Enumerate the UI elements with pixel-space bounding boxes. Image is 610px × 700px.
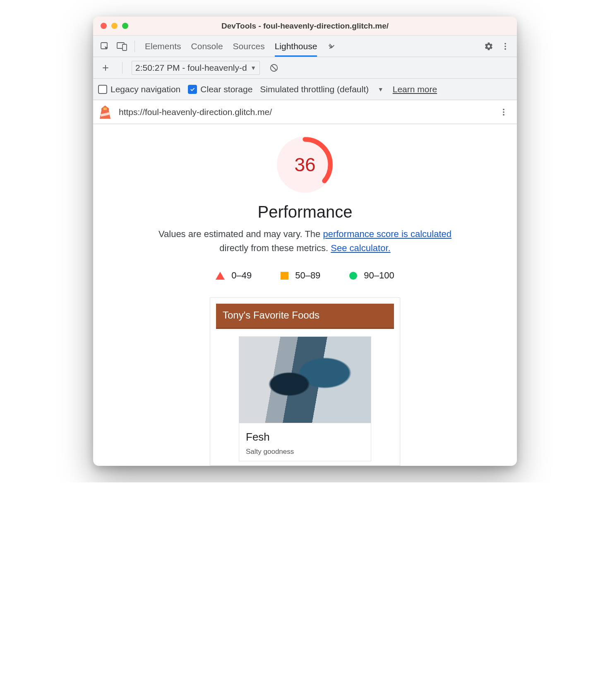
legend-pass: 90–100 — [349, 270, 394, 281]
desc-text: Values are estimated and may vary. The — [159, 229, 323, 239]
checkbox-unchecked-icon — [98, 85, 107, 94]
screenshot-card: Fesh Salty goodness — [239, 423, 371, 461]
toolbar-divider — [122, 62, 122, 74]
svg-point-3 — [504, 43, 506, 44]
svg-point-8 — [503, 108, 504, 110]
caret-down-icon: ▼ — [250, 65, 256, 71]
performance-score: 36 — [277, 137, 333, 193]
performance-heading: Performance — [258, 203, 353, 221]
performance-description: Values are estimated and may vary. The p… — [152, 227, 458, 255]
devtools-window: DevTools - foul-heavenly-direction.glitc… — [93, 17, 517, 466]
legacy-navigation-label: Legacy navigation — [110, 84, 180, 94]
clear-run-icon[interactable] — [267, 60, 281, 75]
report-menu-icon[interactable] — [496, 105, 511, 120]
tabstrip-divider — [134, 41, 135, 52]
svg-point-9 — [503, 111, 504, 113]
performance-gauge[interactable]: 36 Performance Values are estimated and … — [110, 137, 500, 466]
tabs-overflow[interactable] — [327, 36, 336, 57]
square-average-icon — [281, 272, 288, 280]
new-run-button[interactable] — [98, 60, 113, 75]
clear-storage-label: Clear storage — [200, 84, 252, 94]
report-url-row: https://foul-heavenly-direction.glitch.m… — [93, 100, 517, 124]
learn-more-link[interactable]: Learn more — [393, 84, 437, 94]
tab-elements[interactable]: Elements — [145, 36, 181, 57]
desc-text: directly from these metrics. — [219, 243, 331, 253]
screenshot-card-title: Fesh — [246, 431, 364, 443]
circle-pass-icon — [349, 272, 357, 280]
legend-pass-label: 90–100 — [364, 270, 394, 281]
lighthouse-options: Legacy navigation Clear storage Simulate… — [93, 79, 517, 100]
screenshot-app-title: Tony's Favorite Foods — [216, 304, 394, 329]
caret-down-icon: ▼ — [378, 86, 384, 93]
legend-average-label: 50–89 — [295, 270, 320, 281]
svg-point-10 — [503, 114, 504, 115]
run-selector[interactable]: 2:50:27 PM - foul-heavenly-dir ▼ — [132, 61, 260, 75]
see-calculator-link[interactable]: See calculator. — [331, 243, 390, 253]
settings-gear-icon[interactable] — [481, 39, 496, 54]
minimize-window-button[interactable] — [111, 23, 118, 29]
tab-sources[interactable]: Sources — [233, 36, 265, 57]
window-titlebar: DevTools - foul-heavenly-direction.glitc… — [93, 17, 517, 36]
svg-rect-7 — [103, 108, 107, 110]
tab-console[interactable]: Console — [191, 36, 223, 57]
lighthouse-report: 36 Performance Values are estimated and … — [93, 124, 517, 466]
close-window-button[interactable] — [101, 23, 107, 29]
tab-lighthouse[interactable]: Lighthouse — [275, 36, 317, 57]
score-legend: 0–49 50–89 90–100 — [216, 270, 394, 281]
report-url: https://foul-heavenly-direction.glitch.m… — [119, 107, 489, 117]
legend-fail: 0–49 — [216, 270, 252, 281]
lighthouse-logo-icon — [99, 105, 111, 119]
more-vert-icon[interactable] — [498, 39, 513, 54]
screenshot-hero-image — [239, 336, 371, 423]
zoom-window-button[interactable] — [122, 23, 128, 29]
inspect-element-icon[interactable] — [97, 39, 112, 54]
svg-rect-2 — [122, 44, 127, 50]
page-screenshot: Tony's Favorite Foods Fesh Salty goodnes… — [210, 297, 400, 466]
throttling-select[interactable]: Simulated throttling (default) ▼ — [260, 84, 383, 94]
svg-point-5 — [504, 48, 506, 50]
triangle-fail-icon — [216, 272, 225, 280]
panel-tabs: Elements Console Sources Lighthouse — [145, 36, 336, 57]
window-title: DevTools - foul-heavenly-direction.glitc… — [93, 22, 517, 31]
gauge-circle: 36 — [277, 137, 333, 193]
device-toolbar-icon[interactable] — [115, 39, 130, 54]
devtools-tabstrip: Elements Console Sources Lighthouse — [93, 36, 517, 57]
throttling-label: Simulated throttling (default) — [260, 84, 369, 94]
run-selector-label: 2:50:27 PM - foul-heavenly-dir — [135, 63, 247, 73]
legacy-navigation-option[interactable]: Legacy navigation — [98, 84, 180, 94]
legend-average: 50–89 — [281, 270, 320, 281]
legend-fail-label: 0–49 — [231, 270, 252, 281]
lighthouse-toolbar: 2:50:27 PM - foul-heavenly-dir ▼ — [93, 57, 517, 79]
perf-score-calc-link[interactable]: performance score is calculated — [323, 229, 451, 239]
svg-point-4 — [504, 46, 506, 47]
clear-storage-option[interactable]: Clear storage — [188, 84, 252, 94]
traffic-lights — [93, 23, 128, 29]
checkbox-checked-icon — [188, 85, 197, 94]
screenshot-card-subtitle: Salty goodness — [246, 448, 364, 456]
